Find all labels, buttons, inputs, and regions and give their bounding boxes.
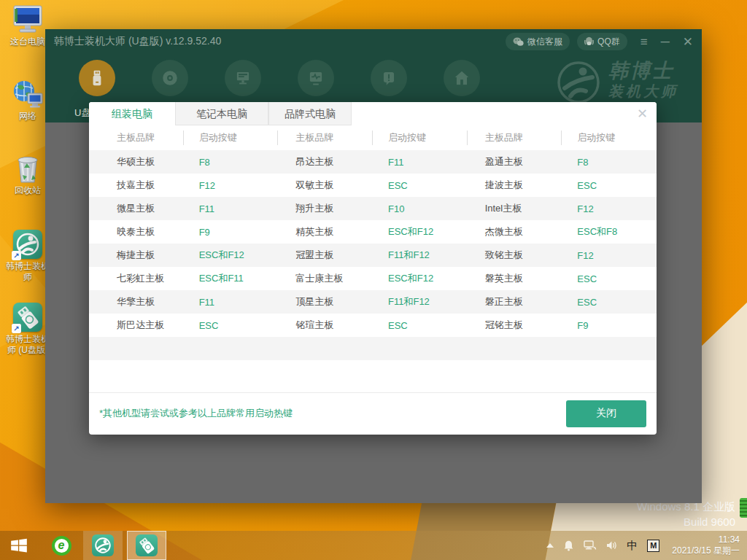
cd-boot-tool-button[interactable] bbox=[152, 60, 188, 96]
boot-key-rows: 华硕主板F8昂达主板F11盈通主板F8技嘉主板F12双敏主板ESC捷波主板ESC… bbox=[89, 150, 657, 384]
desktop-icon-label: 这台电脑 bbox=[10, 36, 45, 47]
dialog-tabs: 组装电脑 笔记本电脑 品牌式电脑 ✕ bbox=[89, 102, 657, 125]
tab-assembled-pc[interactable]: 组装电脑 bbox=[89, 102, 175, 125]
bootkey-cell: ESC和F11 bbox=[184, 272, 279, 285]
bootkey-cell: F10 bbox=[373, 203, 468, 214]
brand-cell: 顶星主板 bbox=[278, 295, 373, 308]
hanboshi-taskbar-icon bbox=[92, 534, 114, 556]
ime-mode-indicator[interactable]: M bbox=[647, 540, 659, 552]
table-header: 主板品牌 启动按键 主板品牌 启动按键 主板品牌 启动按键 bbox=[89, 125, 657, 150]
clock-time: 11:34 bbox=[672, 534, 740, 545]
volume-icon[interactable] bbox=[606, 540, 617, 551]
brand-cell: 杰微主板 bbox=[468, 225, 562, 238]
brand-cell: 铭瑄主板 bbox=[278, 319, 373, 332]
dialog-close-icon[interactable]: ✕ bbox=[637, 106, 648, 122]
titlebar: 韩博士装机大师 (U盘版) v.12.9.52.40 微信客服 bbox=[45, 29, 702, 54]
tab-laptop[interactable]: 笔记本电脑 bbox=[175, 102, 268, 125]
column-header: 启动按键 bbox=[562, 131, 657, 144]
boot-key-dialog: 组装电脑 笔记本电脑 品牌式电脑 ✕ 主板品牌 启动按键 主板品牌 启动按键 主… bbox=[89, 102, 657, 435]
brand-cell: 华擎主板 bbox=[89, 295, 184, 308]
start-button[interactable] bbox=[0, 531, 38, 560]
desktop-icon-label: 回收站 bbox=[15, 185, 41, 196]
brand-cell: 冠铭主板 bbox=[468, 319, 562, 332]
brand-cell: 捷波主板 bbox=[468, 179, 562, 192]
table-row: 技嘉主板F12双敏主板ESC捷波主板ESC bbox=[89, 174, 657, 197]
taskbar-clock[interactable]: 11:34 2021/3/15 星期一 bbox=[672, 534, 740, 556]
home-tool-button[interactable] bbox=[444, 60, 480, 96]
brand-cell: 磐正主板 bbox=[468, 295, 562, 308]
warning-bubble-icon bbox=[379, 69, 398, 88]
bootkey-cell: F11和F12 bbox=[373, 295, 468, 308]
brand-cell: Intel主板 bbox=[468, 202, 562, 215]
table-row: 映泰主板F9精英主板ESC和F12杰微主板ESC和F8 bbox=[89, 220, 657, 244]
table-row bbox=[89, 360, 657, 384]
qq-group-label: QQ群 bbox=[597, 36, 620, 48]
windows-logo-icon bbox=[9, 536, 28, 555]
edge-widget-icon[interactable] bbox=[740, 498, 747, 518]
bootkey-cell: F11 bbox=[373, 157, 468, 168]
hanboshi-usb-taskbar-icon bbox=[136, 534, 158, 556]
menu-button[interactable]: ≡ bbox=[640, 36, 648, 48]
wechat-service-button[interactable]: 微信客服 bbox=[506, 33, 570, 50]
monitor-pulse-icon bbox=[306, 69, 325, 88]
brand-cell: 磐英主板 bbox=[468, 272, 562, 285]
close-dialog-button[interactable]: 关闭 bbox=[566, 400, 646, 427]
table-row: 梅捷主板ESC和F12冠盟主板F11和F12致铭主板F12 bbox=[89, 244, 657, 267]
taskbar-hanboshi-usb-button[interactable] bbox=[127, 531, 166, 560]
bootkey-cell: F12 bbox=[562, 250, 657, 261]
bootkey-cell: F12 bbox=[562, 203, 657, 214]
usb-boot-tool-button[interactable] bbox=[79, 60, 115, 96]
brand-cell: 斯巴达主板 bbox=[89, 319, 184, 332]
tab-brand-pc[interactable]: 品牌式电脑 bbox=[268, 102, 352, 125]
bootkey-cell: ESC bbox=[562, 297, 657, 308]
system-reinstall-tool-button[interactable] bbox=[225, 60, 261, 96]
watermark-line2: Build 9600 bbox=[637, 514, 735, 529]
footer-note: *其他机型请尝试或参考以上品牌常用启动热键 bbox=[99, 407, 293, 420]
bootkey-cell: F11 bbox=[184, 297, 279, 308]
column-header: 主板品牌 bbox=[89, 131, 184, 144]
computer-icon bbox=[233, 69, 252, 88]
table-row: 微星主板F11翔升主板F10Intel主板F12 bbox=[89, 197, 657, 220]
brand-cell: 致铭主板 bbox=[468, 249, 562, 262]
qq-icon bbox=[584, 36, 594, 47]
system-check-tool-button[interactable] bbox=[298, 60, 334, 96]
bootkey-cell: F8 bbox=[562, 157, 657, 168]
minimize-button[interactable]: ─ bbox=[661, 36, 670, 48]
brand-cell: 昂达主板 bbox=[278, 155, 373, 168]
brand-text: 韩博士 装机大师 bbox=[608, 60, 678, 101]
clock-date: 2021/3/15 星期一 bbox=[672, 545, 740, 556]
column-header: 主板品牌 bbox=[468, 131, 562, 144]
ime-language-indicator[interactable]: 中 bbox=[627, 539, 638, 553]
table-row: 斯巴达主板ESC铭瑄主板ESC冠铭主板F9 bbox=[89, 314, 657, 337]
this-pc-icon bbox=[12, 4, 44, 35]
table-row: 华擎主板F11顶星主板F11和F12磐正主板ESC bbox=[89, 290, 657, 314]
window-title: 韩博士装机大师 (U盘版) v.12.9.52.40 bbox=[54, 35, 221, 48]
system-tray: 中 M 11:34 2021/3/15 星期一 bbox=[546, 531, 747, 560]
table-row bbox=[89, 337, 657, 360]
bootkey-cell: F8 bbox=[184, 157, 279, 168]
usb-drive-icon bbox=[88, 69, 107, 88]
dialog-footer: *其他机型请尝试或参考以上品牌常用启动热键 关闭 bbox=[89, 392, 657, 434]
shortcut-arrow-icon: ↗ bbox=[12, 251, 21, 260]
brand-line2: 装机大师 bbox=[608, 82, 678, 101]
desktop: 这台电脑 网络 回收站 bbox=[0, 0, 747, 560]
desktop-icon-label: 网络 bbox=[19, 111, 36, 122]
bootkey-cell: F12 bbox=[184, 180, 279, 191]
bootkey-cell: ESC和F12 bbox=[373, 272, 468, 285]
show-hidden-icons-button[interactable] bbox=[546, 543, 554, 548]
brand-cell: 技嘉主板 bbox=[89, 179, 184, 192]
close-window-button[interactable]: ✕ bbox=[683, 36, 693, 48]
help-tool-button[interactable] bbox=[371, 60, 407, 96]
network-tray-icon[interactable] bbox=[584, 540, 597, 551]
brand-cell: 七彩虹主板 bbox=[89, 272, 184, 285]
bootkey-cell: F11 bbox=[184, 203, 279, 214]
taskbar-hanboshi-button[interactable] bbox=[83, 531, 123, 560]
qq-group-button[interactable]: QQ群 bbox=[577, 33, 627, 50]
brand-cell: 梅捷主板 bbox=[89, 249, 184, 262]
notification-bell-icon[interactable] bbox=[563, 540, 574, 551]
taskbar-browser-button[interactable]: e bbox=[44, 531, 79, 560]
bootkey-cell: ESC bbox=[373, 320, 468, 331]
bootkey-cell: F9 bbox=[562, 320, 657, 331]
table-row: 七彩虹主板ESC和F11富士康主板ESC和F12磐英主板ESC bbox=[89, 267, 657, 290]
taskbar: e bbox=[0, 531, 747, 560]
